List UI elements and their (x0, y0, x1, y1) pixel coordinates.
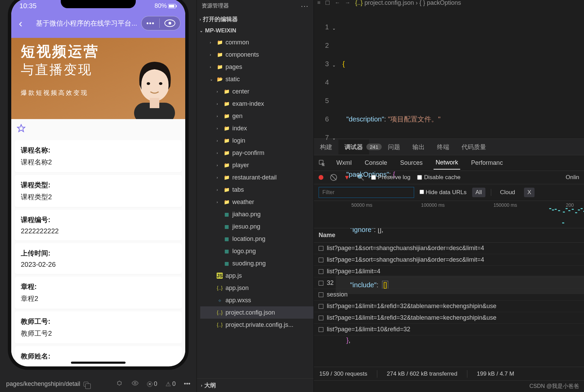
folder-weather[interactable]: ›📁weather (200, 196, 313, 208)
folder-tabs[interactable]: ›📁tabs (200, 184, 313, 196)
folder-login[interactable]: ›📁login (200, 134, 313, 147)
network-timeline[interactable]: 50000 ms 100000 ms 150000 ms 200 (314, 201, 584, 228)
open-editors-section[interactable]: ›打开的编辑器 (197, 13, 313, 25)
tab-output[interactable]: 输出 (406, 140, 431, 155)
network-name-header[interactable]: Name (314, 228, 584, 243)
info-item: 教师工号:教师工号2 (15, 311, 182, 344)
warning-count[interactable]: ⚠0 (165, 380, 176, 388)
explorer-more-icon[interactable]: ··· (301, 2, 309, 10)
course-info-list[interactable]: 课程名称:课程名称2 课程类型:课程类型2 课程编号:2222222222 上传… (11, 137, 185, 359)
file-jiesuo-png[interactable]: ▦jiesuo.png (200, 220, 313, 233)
folder-exam-index[interactable]: ›📁exam-index (200, 98, 313, 110)
watermark: CSDN @我是小爸爸 (314, 380, 584, 392)
file-logo-png[interactable]: ▦logo.png (200, 245, 313, 257)
info-item: 上传时间:2023-02-26 (15, 243, 182, 274)
devtools-sub-tabs: Wxml Console Sources Network Performanc (314, 155, 584, 171)
svg-rect-1 (169, 5, 174, 8)
preserve-log-checkbox[interactable]: Preserve log (371, 174, 410, 181)
network-toolbar: ▼ 🔍 Preserve log Disable cache Onlin (314, 171, 584, 184)
file-app-js[interactable]: JSapp.js (200, 270, 313, 282)
disable-cache-checkbox[interactable]: Disable cache (417, 174, 461, 181)
eye-icon[interactable] (131, 379, 139, 389)
subtab-wxml[interactable]: Wxml (334, 157, 354, 169)
file-app-json[interactable]: {..}app.json (200, 282, 313, 294)
file-app-wxss[interactable]: ⟐app.wxss (200, 294, 313, 306)
file-jiahao-png[interactable]: ▦jiahao.png (200, 208, 313, 220)
banner-person-image (120, 52, 185, 119)
file-location-png[interactable]: ▦location.png (200, 233, 313, 245)
info-item: 课程类型:课程类型2 (15, 175, 182, 207)
folder-restaurant-detail[interactable]: ›📁restaurant-detail (200, 171, 313, 184)
outline-section[interactable]: ›大纲 (197, 378, 313, 392)
back-arrow-icon[interactable]: ← (335, 0, 340, 6)
network-row[interactable]: session (314, 289, 584, 301)
capsule-close-icon[interactable] (164, 19, 175, 27)
file-project-private-config[interactable]: {..}project.private.config.js... (200, 319, 313, 331)
tab-terminal[interactable]: 终端 (431, 140, 455, 155)
tab-quality[interactable]: 代码质量 (455, 140, 492, 155)
folder-gen[interactable]: ›📁gen (200, 110, 313, 122)
more-icon[interactable]: ••• (184, 380, 190, 388)
tab-problems[interactable]: 问题 (382, 140, 406, 155)
network-row[interactable]: list?page=1&limit=1&refid=32&tablename=k… (314, 301, 584, 312)
folder-pages[interactable]: ›📁pages (200, 61, 313, 73)
copy-icon[interactable] (84, 382, 88, 387)
file-tree: ›📁common ›📁components ›📁pages ⌄📂static ›… (197, 36, 313, 331)
svg-point-6 (147, 82, 150, 85)
record-icon[interactable] (319, 175, 323, 180)
subtab-console[interactable]: Console (363, 157, 389, 169)
devtools-panel: 构建 调试器 241 问题 输出 终端 代码质量 Wxml Console So… (314, 139, 584, 392)
hide-data-urls-checkbox[interactable]: Hide data URLs (420, 189, 467, 196)
filter-all[interactable]: All (472, 188, 485, 197)
capsule-menu[interactable]: ••• (141, 16, 180, 30)
project-section[interactable]: ⌄MP-WEIXIN (197, 25, 313, 36)
network-filter-row: Hide data URLs All Cloud X (314, 184, 584, 201)
network-row[interactable]: list?page=1&sort=shangchuanshijian&order… (314, 254, 584, 266)
error-count[interactable]: ✕0 (147, 380, 157, 388)
bookmark-icon[interactable]: ☐ (325, 0, 330, 6)
filter-cloud[interactable]: Cloud (497, 188, 519, 197)
bug-icon[interactable] (116, 379, 123, 389)
editor-icon[interactable]: ≡ (317, 0, 320, 6)
filter-icon[interactable]: ▼ (344, 174, 350, 181)
network-row[interactable]: list?page=1&limit=1&refid=32&tablename=k… (314, 312, 584, 324)
folder-index[interactable]: ›📁index (200, 122, 313, 134)
subtab-sources[interactable]: Sources (398, 157, 425, 169)
svg-point-10 (134, 382, 136, 384)
folder-pay-confirm[interactable]: ›📁pay-confirm (200, 147, 313, 159)
folder-center[interactable]: ›📁center (200, 85, 313, 98)
filter-input[interactable] (319, 187, 414, 198)
subtab-network[interactable]: Network (434, 156, 460, 170)
network-row[interactable]: list?page=1&limit=4 (314, 266, 584, 277)
capsule-more-icon[interactable]: ••• (142, 17, 159, 29)
tab-debugger[interactable]: 调试器 (338, 140, 369, 155)
inspect-icon[interactable] (319, 160, 325, 166)
file-suoding-png[interactable]: ▦suoding.png (200, 257, 313, 270)
folder-common[interactable]: ›📁common (200, 36, 313, 48)
folder-components[interactable]: ›📁components (200, 48, 313, 61)
info-item: 章程:章程2 (15, 277, 182, 309)
info-item: 课程编号:2222222222 (15, 210, 182, 241)
svg-rect-5 (150, 98, 159, 108)
info-item: 课程名称:课程名称2 (15, 140, 182, 172)
subtab-performance[interactable]: Performanc (469, 157, 505, 169)
favorite-row[interactable] (11, 119, 185, 137)
file-project-config-json[interactable]: {..}project.config.json (200, 306, 313, 319)
online-status[interactable]: Onlin (566, 174, 579, 181)
search-icon[interactable]: 🔍 (357, 174, 364, 181)
star-icon[interactable] (17, 124, 26, 133)
network-row[interactable]: 32 (314, 277, 584, 289)
svg-rect-2 (176, 5, 177, 7)
folder-static[interactable]: ⌄📂static (200, 73, 313, 85)
code-content[interactable]: { "description": "项目配置文件。" "packOptions"… (336, 5, 584, 139)
status-battery: 80% (155, 2, 177, 10)
filter-x[interactable]: X (524, 188, 535, 197)
line-gutter: 1 2 3 4 5 6 7 ⌄ ⌄ ⌄ (314, 5, 336, 139)
back-button[interactable]: ‹ (16, 17, 25, 30)
code-editor[interactable]: 1 2 3 4 5 6 7 ⌄ ⌄ ⌄ { "description": "项目… (314, 5, 584, 139)
forward-arrow-icon[interactable]: → (345, 0, 350, 6)
folder-player[interactable]: ›📁player (200, 159, 313, 171)
network-row[interactable]: list?page=1&sort=shangchuanshijian&order… (314, 243, 584, 254)
clear-icon[interactable] (330, 174, 337, 181)
network-row[interactable]: list?page=1&limit=10&refid=32 (314, 324, 584, 335)
